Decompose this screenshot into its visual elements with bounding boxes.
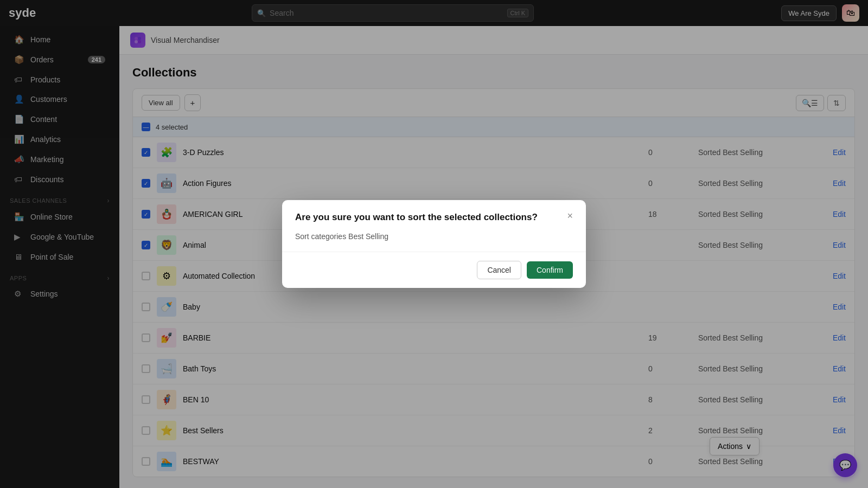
modal-header: Are you sure you want to sort the select… xyxy=(282,200,586,233)
modal-footer: Cancel Confirm xyxy=(282,252,586,288)
confirm-modal: Are you sure you want to sort the select… xyxy=(282,200,586,288)
modal-body: Sort categories Best Selling xyxy=(282,232,586,252)
modal-title: Are you sure you want to sort the select… xyxy=(295,211,538,224)
modal-overlay[interactable]: Are you sure you want to sort the select… xyxy=(0,0,868,488)
modal-close-button[interactable]: × xyxy=(567,211,573,221)
cancel-button[interactable]: Cancel xyxy=(477,261,521,279)
modal-body-text: Sort categories Best Selling xyxy=(295,232,388,241)
confirm-button[interactable]: Confirm xyxy=(527,261,573,279)
